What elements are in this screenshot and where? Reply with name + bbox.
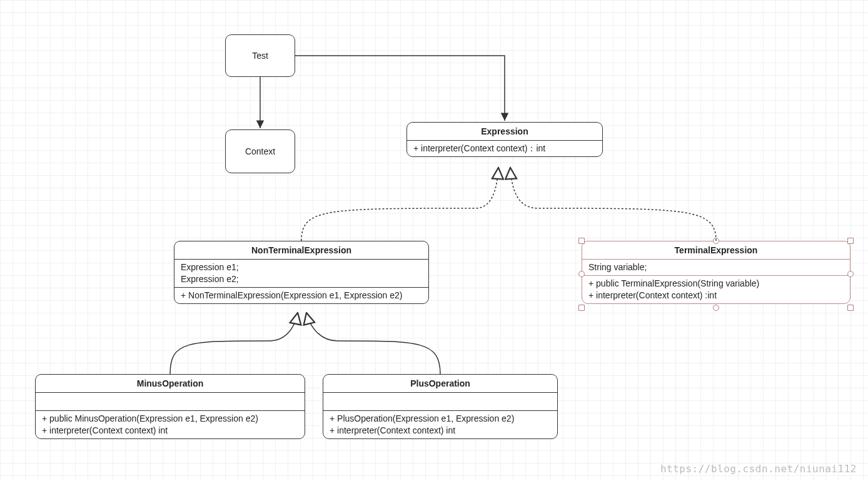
- method-row: + public TerminalExpression(String varia…: [588, 278, 844, 290]
- class-test[interactable]: Test: [225, 34, 295, 77]
- class-context[interactable]: Context: [225, 129, 295, 173]
- class-minus-methods: + public MinusOperation(Expression e1, E…: [36, 410, 305, 438]
- edge-test-to-expression: [295, 56, 505, 121]
- edge-minus-extends-nonterminal: [170, 313, 298, 374]
- field-row: Expression e1;: [181, 261, 422, 273]
- class-nonterminal-name: NonTerminalExpression: [174, 241, 428, 259]
- method-row: + interpreter(Context context)：int: [413, 143, 596, 154]
- field-row: Expression e2;: [181, 273, 422, 285]
- class-terminal-methods: + public TerminalExpression(String varia…: [582, 275, 850, 303]
- method-row: + interpreter(Context context) int: [42, 425, 298, 437]
- class-expression-name: Expression: [407, 123, 602, 140]
- class-test-name: Test: [252, 51, 268, 61]
- class-expression[interactable]: Expression + interpreter(Context context…: [406, 122, 603, 157]
- selection-handle[interactable]: [847, 238, 854, 244]
- class-nonterminal-fields: Expression e1; Expression e2;: [174, 259, 428, 287]
- edge-nonterminal-realizes-expression: [301, 168, 498, 241]
- method-row: + NonTerminalExpression(Expression e1, E…: [181, 290, 422, 301]
- class-nonterminal[interactable]: NonTerminalExpression Expression e1; Exp…: [174, 241, 429, 304]
- method-row: + interpreter(Context context) int: [330, 425, 551, 437]
- selection-midpoint[interactable]: [713, 238, 719, 244]
- method-row: + public MinusOperation(Expression e1, E…: [42, 413, 298, 425]
- class-terminal-fields: String variable;: [582, 259, 850, 275]
- class-plus-fields: [323, 392, 557, 410]
- class-context-name: Context: [245, 146, 275, 156]
- field-row: String variable;: [588, 261, 844, 273]
- class-plus[interactable]: PlusOperation + PlusOperation(Expression…: [323, 374, 558, 439]
- class-minus-fields: [36, 392, 305, 410]
- selection-handle[interactable]: [578, 238, 585, 244]
- method-row: + PlusOperation(Expression e1, Expressio…: [330, 413, 551, 425]
- selection-midpoint[interactable]: [847, 271, 854, 277]
- class-plus-name: PlusOperation: [323, 375, 557, 392]
- class-terminal[interactable]: TerminalExpression String variable; + pu…: [582, 241, 850, 304]
- method-row: + interpreter(Context context) :int: [588, 290, 844, 301]
- class-minus[interactable]: MinusOperation + public MinusOperation(E…: [35, 374, 305, 439]
- selection-midpoint[interactable]: [713, 305, 719, 311]
- class-nonterminal-methods: + NonTerminalExpression(Expression e1, E…: [174, 287, 428, 303]
- class-minus-name: MinusOperation: [36, 375, 305, 392]
- edge-plus-extends-nonterminal: [306, 313, 440, 374]
- selection-midpoint[interactable]: [578, 271, 585, 277]
- class-expression-methods: + interpreter(Context context)：int: [407, 140, 602, 156]
- class-terminal-name: TerminalExpression: [582, 241, 850, 259]
- class-plus-methods: + PlusOperation(Expression e1, Expressio…: [323, 410, 557, 438]
- selection-handle[interactable]: [847, 305, 854, 311]
- watermark: https://blog.csdn.net/niunai112: [660, 463, 857, 475]
- selection-handle[interactable]: [578, 305, 585, 311]
- edge-terminal-realizes-expression: [510, 168, 716, 241]
